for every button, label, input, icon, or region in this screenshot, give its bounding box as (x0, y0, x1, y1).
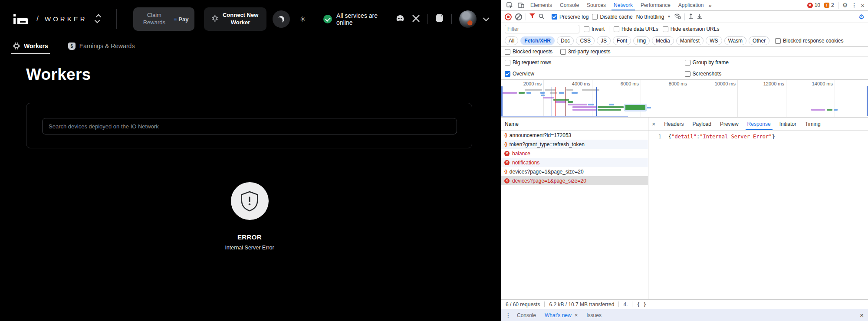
request-row[interactable]: {}announcement?id=172053 (501, 131, 648, 140)
inspect-element-icon[interactable] (506, 2, 513, 9)
preserve-log-checkbox[interactable]: Preserve log (552, 14, 589, 20)
request-row[interactable]: {}devices?page=1&page_size=20 (501, 167, 648, 176)
filter-funnel-icon[interactable] (529, 13, 535, 20)
overview-checkbox[interactable]: Overview (505, 71, 534, 77)
discord-icon[interactable] (395, 15, 405, 24)
disable-cache-checkbox[interactable]: Disable cache (592, 14, 632, 20)
chip-wasm[interactable]: Wasm (724, 36, 747, 45)
request-name: token?grant_type=refresh_token (510, 141, 585, 147)
network-overview-timeline[interactable]: 2000 ms4000 ms6000 ms8000 ms10000 ms1200… (501, 80, 868, 118)
error-count-badge[interactable]: ✕ 10 (807, 2, 820, 8)
throttling-select[interactable]: No throttling ▼ (636, 14, 671, 20)
drawer-tab-issues[interactable]: Issues (582, 312, 606, 318)
transferred-size: 6.2 kB / 10.7 MB transferred (549, 301, 614, 308)
request-options-row-1: Blocked requests 3rd-party requests (501, 47, 868, 57)
divider (526, 13, 526, 20)
chevron-down-icon[interactable] (483, 15, 489, 21)
chip-img[interactable]: Img (633, 36, 650, 45)
overview-left-handle[interactable] (501, 86, 503, 116)
detail-tab-headers[interactable]: Headers (660, 118, 688, 130)
record-network-log-icon[interactable] (505, 13, 512, 20)
check-circle-icon (323, 15, 332, 23)
search-input[interactable] (42, 118, 457, 134)
group-by-frame-checkbox[interactable]: Group by frame (685, 59, 729, 66)
timeline-tick-label: 6000 ms (608, 81, 639, 86)
site-tab-workers[interactable]: Workers (13, 38, 48, 54)
connect-new-worker-button[interactable]: Connect New Worker (204, 7, 266, 31)
x-twitter-icon[interactable] (412, 15, 420, 24)
request-row[interactable]: {}token?grant_type=refresh_token (501, 140, 648, 149)
detail-tab-payload[interactable]: Payload (688, 118, 716, 130)
devtools-tab-sources[interactable]: Sources (583, 0, 610, 10)
devtools-tab-performance[interactable]: Performance (637, 0, 674, 10)
pay-badge: ≡ Pay (174, 16, 188, 23)
network-filter-input[interactable] (505, 25, 579, 33)
screenshots-checkbox[interactable]: Screenshots (685, 71, 722, 77)
warning-count-badge[interactable]: ! 2 (824, 2, 834, 8)
third-party-requests-checkbox[interactable]: 3rd-party requests (560, 49, 610, 55)
chip-font[interactable]: Font (613, 36, 631, 45)
chip-doc[interactable]: Doc (557, 36, 574, 45)
detail-tab-preview[interactable]: Preview (716, 118, 743, 130)
close-detail-icon[interactable]: × (652, 121, 655, 128)
blocked-response-cookies-checkbox[interactable]: Blocked response cookies (775, 38, 843, 44)
close-tab-icon[interactable]: × (575, 312, 578, 318)
close-drawer-icon[interactable]: × (860, 311, 864, 319)
search-icon[interactable] (539, 13, 544, 20)
timeline-tick-label: 14000 ms (802, 81, 833, 86)
response-body[interactable]: 1 {"detail":"Internal Server Error"} (648, 131, 868, 299)
waterfall-bar (572, 109, 597, 111)
chip-other[interactable]: Other (749, 36, 769, 45)
devtools-tab-console[interactable]: Console (556, 0, 583, 10)
detail-tab-timing[interactable]: Timing (801, 118, 825, 130)
claim-rewards-button[interactable]: Claim Rewards ≡ Pay (133, 7, 195, 31)
device-toolbar-icon[interactable] (517, 2, 524, 9)
close-devtools-icon[interactable]: × (861, 2, 865, 9)
kebab-menu-icon[interactable]: ⋮ (852, 2, 857, 8)
network-conditions-icon[interactable] (674, 13, 681, 20)
settings-gear-icon[interactable]: ⚙ (842, 2, 848, 8)
hide-data-urls-checkbox[interactable]: Hide data URLs (614, 26, 658, 32)
drawer-tab-what-s-new[interactable]: What's new× (540, 312, 582, 318)
detail-tab-initiator[interactable]: Initiator (775, 118, 801, 130)
clear-network-log-icon[interactable] (515, 13, 522, 20)
import-har-icon[interactable] (688, 13, 694, 20)
divider (684, 13, 685, 20)
hide-extension-urls-checkbox[interactable]: Hide extension URLs (663, 26, 720, 32)
request-row[interactable]: ✕balance (501, 149, 648, 158)
devtools-tab-network[interactable]: Network (610, 0, 637, 10)
more-tabs-icon[interactable]: » (709, 2, 712, 9)
drawer-tab-console[interactable]: Console (513, 312, 540, 318)
drawer-menu-icon[interactable]: ⋮ (506, 312, 511, 318)
chip-all[interactable]: All (505, 36, 518, 45)
chip-js[interactable]: JS (597, 36, 611, 45)
devtools-tab-elements[interactable]: Elements (526, 0, 556, 10)
name-column-header[interactable]: Name (501, 118, 648, 131)
network-settings-gear-icon[interactable]: ⚙ (859, 13, 865, 21)
export-har-icon[interactable] (697, 13, 702, 20)
invert-checkbox[interactable]: Invert (584, 26, 605, 32)
chip-ws[interactable]: WS (706, 36, 722, 45)
product-switcher-icon[interactable] (96, 14, 100, 23)
waterfall-bar (525, 89, 542, 91)
chip-manifest[interactable]: Manifest (676, 36, 704, 45)
chip-fetch-xhr[interactable]: Fetch/XHR (520, 36, 555, 45)
request-row[interactable]: ✕devices?page=1&page_size=20 (501, 176, 648, 185)
json-request-icon: {} (504, 142, 507, 147)
chip-media[interactable]: Media (652, 36, 674, 45)
chip-css[interactable]: CSS (576, 36, 595, 45)
site-tab-earnings-rewards[interactable]: $Earnings & Rewards (68, 38, 135, 54)
light-mode-toggle[interactable]: ☀ (299, 15, 306, 24)
dropdown-caret-icon: ▼ (667, 15, 671, 19)
detail-tab-response[interactable]: Response (743, 118, 775, 130)
blocked-requests-checkbox[interactable]: Blocked requests (505, 49, 552, 55)
avatar[interactable] (459, 10, 477, 28)
app-icon[interactable] (435, 14, 444, 24)
divider (427, 14, 427, 24)
devtools-tab-application[interactable]: Application (674, 0, 708, 10)
big-request-rows-checkbox[interactable]: Big request rows (505, 59, 551, 66)
logo[interactable]: / WORKER (13, 14, 100, 25)
format-json-icon[interactable]: { } (637, 301, 646, 308)
dark-mode-toggle[interactable] (273, 10, 290, 28)
request-row[interactable]: ✕notifications (501, 158, 648, 167)
